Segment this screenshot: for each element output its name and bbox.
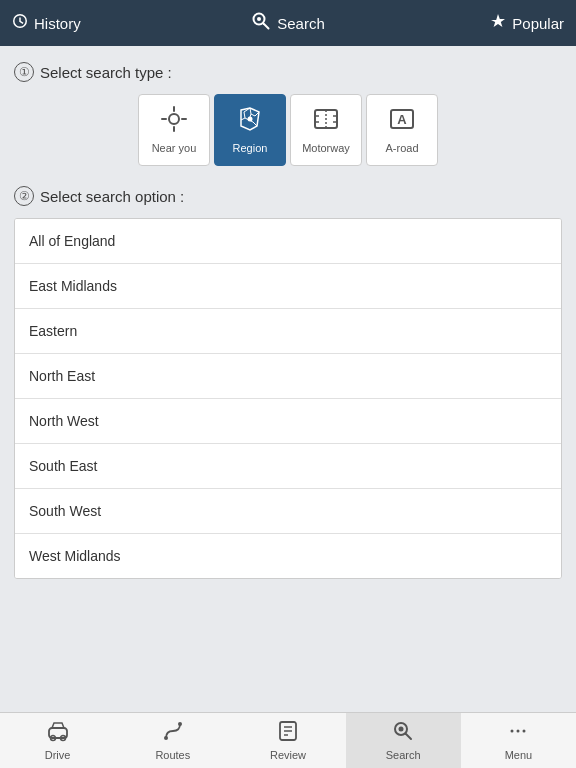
list-item[interactable]: West Midlands [15,534,561,578]
app-header: History Search Popular [0,0,576,46]
tab-routes[interactable]: Routes [115,713,230,768]
tab-menu-label: Menu [505,749,533,761]
section1-number: ① [14,62,34,82]
search-header-label: Search [277,15,325,32]
near-you-label: Near you [152,142,197,154]
section1-text: Select search type : [40,64,172,81]
search-type-motorway[interactable]: Motorway [290,94,362,166]
tab-routes-label: Routes [155,749,190,761]
aroad-label: A-road [385,142,418,154]
near-you-icon [161,106,187,138]
svg-point-8 [248,117,253,122]
review-icon [277,720,299,747]
main-content: ① Select search type : Near you [0,46,576,712]
svg-point-3 [169,114,179,124]
tab-drive-label: Drive [45,749,71,761]
header-right: Popular [444,13,564,33]
svg-point-29 [511,730,514,733]
search-type-aroad[interactable]: A A-road [366,94,438,166]
list-item[interactable]: North West [15,399,561,444]
tab-drive[interactable]: Drive [0,713,115,768]
motorway-label: Motorway [302,142,350,154]
section1-label: ① Select search type : [14,62,562,82]
svg-text:A: A [397,112,407,127]
search-tab-icon [392,720,414,747]
svg-point-28 [399,727,404,732]
tab-menu[interactable]: Menu [461,713,576,768]
search-type-container: Near you Region [14,94,562,166]
tab-search[interactable]: Search [346,713,461,768]
search-option-list: All of EnglandEast MidlandsEasternNorth … [14,218,562,579]
tab-review-label: Review [270,749,306,761]
region-label: Region [233,142,268,154]
menu-icon [507,720,529,747]
svg-point-2 [257,17,261,21]
history-icon [12,13,28,33]
svg-line-27 [406,734,412,740]
header-left: History [12,13,132,33]
popular-label[interactable]: Popular [512,15,564,32]
list-item[interactable]: Eastern [15,309,561,354]
list-item[interactable]: South East [15,444,561,489]
tab-bar: Drive Routes Review [0,712,576,768]
drive-icon [47,720,69,747]
section2-number: ② [14,186,34,206]
tab-review[interactable]: Review [230,713,345,768]
section2-text: Select search option : [40,188,184,205]
list-item[interactable]: North East [15,354,561,399]
motorway-icon [313,106,339,138]
svg-point-30 [517,730,520,733]
svg-point-21 [178,722,182,726]
search-type-region[interactable]: Region [214,94,286,166]
svg-line-1 [264,24,269,29]
history-label[interactable]: History [34,15,81,32]
search-type-near-you[interactable]: Near you [138,94,210,166]
svg-point-31 [523,730,526,733]
svg-point-20 [164,736,168,740]
popular-icon [490,13,506,33]
search-header-icon [251,11,271,35]
header-center: Search [132,11,444,35]
section2-label: ② Select search option : [14,186,562,206]
tab-search-label: Search [386,749,421,761]
aroad-icon: A [389,106,415,138]
list-item[interactable]: South West [15,489,561,534]
list-item[interactable]: All of England [15,219,561,264]
list-item[interactable]: East Midlands [15,264,561,309]
routes-icon [162,720,184,747]
region-icon [237,106,263,138]
